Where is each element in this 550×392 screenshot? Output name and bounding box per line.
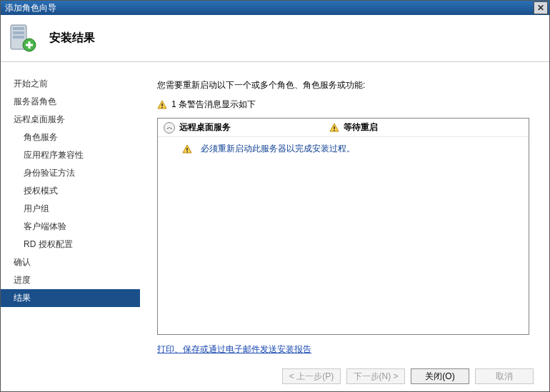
page-title: 安装结果 — [49, 31, 95, 46]
svg-rect-10 — [186, 151, 188, 152]
wizard-header: 安装结果 — [1, 15, 549, 62]
sidebar-item-9[interactable]: RD 授权配置 — [1, 236, 140, 253]
sidebar: 开始之前服务器角色远程桌面服务角色服务应用程序兼容性身份验证方法授权模式用户组客… — [1, 62, 140, 361]
window-title: 添加角色向导 — [5, 2, 534, 14]
wizard-window: 添加角色向导 ✕ 安装结果 开始之前服务器角色远程桌面服务角色服务应用程序兼容性… — [0, 0, 550, 392]
service-name: 远程桌面服务 — [179, 121, 329, 134]
wizard-body: 开始之前服务器角色远程桌面服务角色服务应用程序兼容性身份验证方法授权模式用户组客… — [1, 62, 549, 361]
results-panel-body: 必须重新启动此服务器以完成安装过程。 — [158, 137, 529, 161]
svg-rect-8 — [334, 130, 335, 131]
service-status-text: 等待重启 — [344, 121, 378, 134]
sidebar-item-3[interactable]: 角色服务 — [1, 129, 140, 146]
svg-rect-2 — [13, 31, 24, 34]
titlebar: 添加角色向导 ✕ — [1, 1, 549, 15]
warning-summary: 1 条警告消息显示如下 — [157, 99, 529, 111]
sidebar-item-2[interactable]: 远程桌面服务 — [1, 111, 140, 129]
result-message: 必须重新启动此服务器以完成安装过程。 — [182, 143, 529, 155]
sidebar-item-6[interactable]: 授权模式 — [1, 182, 140, 200]
sidebar-item-1[interactable]: 服务器角色 — [1, 93, 140, 111]
sidebar-item-4[interactable]: 应用程序兼容性 — [1, 146, 140, 164]
content-area: 您需要重新启动以下一个或多个角色、角色服务或功能: 1 条警告消息显示如下 ︿ … — [140, 62, 549, 361]
sidebar-item-8[interactable]: 客户端体验 — [1, 218, 140, 236]
results-panel: ︿ 远程桌面服务 等待重启 必须重新启动此服务器以完成安装过程。 — [157, 118, 529, 335]
svg-rect-9 — [186, 148, 188, 151]
sidebar-item-5[interactable]: 身份验证方法 — [1, 164, 140, 182]
svg-rect-5 — [161, 104, 163, 106]
close-icon: ✕ — [537, 3, 544, 13]
sidebar-item-0[interactable]: 开始之前 — [1, 75, 140, 93]
svg-rect-6 — [161, 107, 163, 108]
intro-text: 您需要重新启动以下一个或多个角色、角色服务或功能: — [157, 79, 529, 91]
chevron-up-icon[interactable]: ︿ — [164, 122, 175, 134]
results-panel-header[interactable]: ︿ 远程桌面服务 等待重启 — [158, 119, 529, 137]
sidebar-item-10[interactable]: 确认 — [1, 253, 140, 271]
report-link[interactable]: 打印、保存或通过电子邮件发送安装报告 — [157, 343, 311, 356]
next-button: 下一步(N) > — [346, 368, 405, 384]
sidebar-item-7[interactable]: 用户组 — [1, 200, 140, 218]
warning-summary-text: 1 条警告消息显示如下 — [171, 99, 256, 111]
svg-rect-1 — [13, 27, 24, 30]
sidebar-item-12[interactable]: 结果 — [1, 289, 140, 307]
warning-icon — [329, 123, 339, 133]
sidebar-item-11[interactable]: 进度 — [1, 271, 140, 289]
button-bar: < 上一步(P) 下一步(N) > 关闭(O) 取消 — [1, 361, 549, 391]
svg-rect-3 — [13, 36, 24, 39]
result-message-text: 必须重新启动此服务器以完成安装过程。 — [201, 143, 355, 155]
warning-icon — [182, 144, 192, 154]
prev-button: < 上一步(P) — [282, 368, 341, 384]
cancel-button: 取消 — [475, 368, 534, 384]
server-role-icon — [9, 24, 36, 54]
service-status: 等待重启 — [329, 121, 378, 134]
close-window-button[interactable]: ✕ — [534, 1, 548, 14]
warning-icon — [157, 100, 167, 110]
svg-rect-7 — [334, 126, 335, 129]
close-button[interactable]: 关闭(O) — [411, 368, 469, 384]
